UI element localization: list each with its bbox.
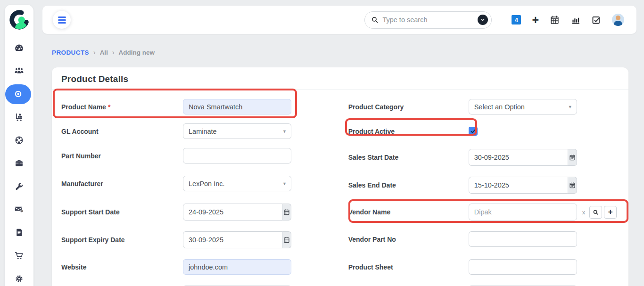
required-asterisk: * <box>108 103 110 111</box>
gl-account-label: GL Account <box>61 128 183 135</box>
topbar-icons: 4 + <box>512 14 624 26</box>
vendor-part-no-label: Vendor Part No <box>348 236 469 243</box>
mail-icon: @ <box>14 204 24 214</box>
sidebar-item-tools[interactable] <box>5 175 33 198</box>
search-input[interactable] <box>382 16 478 24</box>
notification-count-badge[interactable]: 4 <box>512 15 521 25</box>
calendar-icon <box>569 154 576 161</box>
field-row-support-start-date: Support Start Date <box>61 204 297 221</box>
product-active-checkbox[interactable] <box>469 127 478 136</box>
settings-icon <box>14 274 24 284</box>
sidebar-item-procurement[interactable] <box>5 106 33 129</box>
sidebar-item-dashboard[interactable] <box>5 36 33 59</box>
chevron-right-icon: › <box>93 49 96 56</box>
product-sheet-label: Product Sheet <box>348 263 469 271</box>
orders-icon <box>14 251 24 261</box>
calendar-icon[interactable] <box>550 15 560 25</box>
part-number-input[interactable] <box>183 148 291 163</box>
breadcrumb: PRODUCTS › All › Adding new <box>52 49 155 56</box>
sidebar-item-business[interactable] <box>5 152 33 175</box>
topbar: 4 + <box>42 6 636 34</box>
quick-add-button[interactable]: + <box>532 15 539 25</box>
product-category-select[interactable]: Select an Option▼ <box>469 99 577 114</box>
invoices-icon <box>14 228 24 237</box>
app-logo-icon[interactable] <box>8 9 30 31</box>
field-row-product-category: Product Category Select an Option▼ <box>348 98 619 115</box>
calendar-icon <box>283 209 290 215</box>
vendor-clear-button[interactable]: x <box>582 209 586 216</box>
global-search <box>364 11 492 29</box>
vendor-search-button[interactable] <box>589 206 602 219</box>
caret-down-icon: ▼ <box>282 129 287 134</box>
field-row-support-expiry-date: Support Expiry Date <box>61 231 297 248</box>
product-name-input[interactable] <box>183 99 291 114</box>
support-start-date-input[interactable] <box>183 204 282 221</box>
product-form: Product Name* GL Account Laminate▼ Part … <box>52 90 628 286</box>
check-icon <box>470 128 476 134</box>
vendor-name-input[interactable] <box>469 204 577 221</box>
search-scope-button[interactable] <box>478 15 488 25</box>
field-row-vendor-part-no: Vendor Part No <box>348 231 619 247</box>
sidebar-item-customers[interactable] <box>5 59 33 82</box>
app-window: @ 4 + <box>0 0 644 286</box>
dashboard-icon <box>14 43 24 53</box>
vendor-add-button[interactable]: + <box>604 206 617 219</box>
field-row-manufacturer: Manufacturer LexPon Inc.▼ <box>61 176 297 191</box>
breadcrumb-all[interactable]: All <box>100 49 108 56</box>
website-label: Website <box>61 263 183 271</box>
sales-end-date-label: Sales End Date <box>348 181 469 189</box>
website-input[interactable] <box>183 259 291 275</box>
sales-start-date-input[interactable] <box>469 149 568 166</box>
sales-start-date-label: Sales Start Date <box>348 154 469 161</box>
procurement-icon <box>14 112 24 122</box>
tools-icon <box>14 181 24 191</box>
product-sheet-input[interactable] <box>469 259 577 275</box>
products-icon <box>13 89 23 99</box>
sales-end-date-picker-button[interactable] <box>568 177 577 194</box>
calendar-icon <box>569 182 576 188</box>
search-icon <box>593 209 599 215</box>
sales-start-date-picker-button[interactable] <box>568 149 577 166</box>
tasks-icon[interactable] <box>591 15 601 25</box>
calendar-icon <box>283 237 290 243</box>
vendor-name-label: Vendor Name <box>348 208 469 216</box>
form-column-right: Product Category Select an Option▼ Produ… <box>348 98 619 286</box>
sidebar-item-products[interactable] <box>5 84 31 104</box>
product-name-label: Product Name* <box>61 103 183 111</box>
customers-icon <box>14 66 24 76</box>
product-category-label: Product Category <box>348 103 469 111</box>
reports-icon[interactable] <box>570 15 580 25</box>
vendor-part-no-input[interactable] <box>469 231 577 247</box>
support-expiry-date-input[interactable] <box>183 231 282 248</box>
field-row-part-number: Part Number <box>61 148 297 163</box>
sidebar-nav: @ <box>5 36 33 286</box>
manufacturer-label: Manufacturer <box>61 180 183 188</box>
gl-account-select[interactable]: Laminate▼ <box>183 123 291 139</box>
sidebar-item-settings[interactable] <box>5 267 33 286</box>
chevron-down-icon <box>480 17 486 23</box>
sidebar-item-support[interactable] <box>5 129 33 152</box>
sidebar-item-orders[interactable] <box>5 244 33 267</box>
svg-text:@: @ <box>21 210 23 212</box>
support-start-date-picker-button[interactable] <box>282 204 291 221</box>
product-active-label: Product Active <box>348 128 469 135</box>
field-row-website: Website <box>61 259 297 275</box>
support-expiry-date-picker-button[interactable] <box>282 231 291 248</box>
breadcrumb-adding-new: Adding new <box>119 49 155 56</box>
field-row-gl-account: GL Account Laminate▼ <box>61 123 297 139</box>
menu-toggle-button[interactable] <box>53 11 71 29</box>
field-row-sales-end-date: Sales End Date <box>348 177 619 194</box>
breadcrumb-products[interactable]: PRODUCTS <box>52 49 89 56</box>
field-row-product-name: Product Name* <box>61 98 297 115</box>
caret-down-icon: ▼ <box>282 181 287 186</box>
field-row-product-sheet: Product Sheet <box>348 259 619 275</box>
field-row-vendor-name: Vendor Name x + <box>348 204 619 221</box>
user-avatar[interactable] <box>612 14 624 26</box>
sidebar-item-invoices[interactable] <box>5 221 33 244</box>
part-number-label: Part Number <box>61 152 183 160</box>
sidebar-item-mail[interactable]: @ <box>5 198 33 221</box>
sales-end-date-input[interactable] <box>469 177 568 194</box>
form-column-left: Product Name* GL Account Laminate▼ Part … <box>61 98 297 286</box>
page-title: Product Details <box>52 67 628 89</box>
manufacturer-select[interactable]: LexPon Inc.▼ <box>183 176 291 191</box>
